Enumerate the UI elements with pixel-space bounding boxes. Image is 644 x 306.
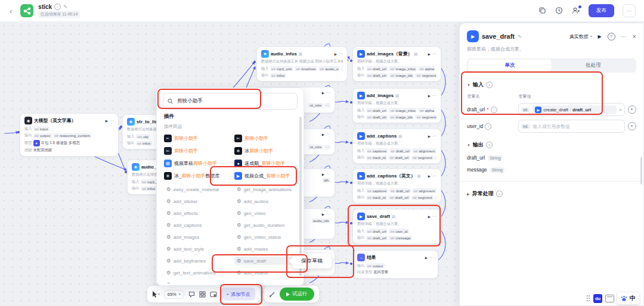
tool-item-add_audios[interactable]: ⚙add_audios: [234, 197, 299, 205]
copy-icon[interactable]: [538, 7, 547, 15]
node-play-icon[interactable]: ▶: [322, 173, 324, 176]
minimap-icon[interactable]: [210, 291, 217, 298]
help-icon[interactable]: ?: [608, 33, 615, 40]
node-play-icon[interactable]: ▶: [322, 91, 324, 95]
plugin-result-item[interactable]: ✂剪映小助手: [164, 147, 234, 155]
node-play-icon[interactable]: ▶: [428, 174, 431, 178]
info-icon[interactable]: i: [54, 4, 61, 10]
node-add_captions[interactable]: ▶add_captions▤▶···剪映草稿，视频合成方案。输入strcapti…: [352, 129, 441, 164]
node-more-icon[interactable]: ···: [326, 172, 330, 176]
reference-chip[interactable]: ▶create_draft · draft_url: [532, 105, 617, 114]
node-more-icon[interactable]: ···: [432, 52, 436, 56]
output-section-header[interactable]: ▼ 输出 i: [467, 141, 636, 149]
popup-scrollbar[interactable]: [299, 117, 302, 276]
node-play-icon[interactable]: ▶: [428, 215, 431, 218]
node-more-icon[interactable]: ···: [110, 118, 114, 123]
plugin-result-item[interactable]: ❄冰剪映小助手: [234, 147, 299, 155]
test-run-button[interactable]: 试运行: [280, 288, 314, 301]
more-fields-chip[interactable]: ···: [435, 195, 436, 200]
plugin-result-item[interactable]: ✂剪映小助手: [164, 135, 234, 142]
more-fields-chip[interactable]: ···: [324, 103, 330, 108]
zoom-select[interactable]: 65% ▾: [164, 290, 184, 299]
tool-item-add_captions[interactable]: ⚙add_captions: [164, 221, 234, 229]
clear-reference-icon[interactable]: ×: [619, 107, 622, 113]
node-more-icon[interactable]: ···: [432, 134, 436, 138]
node-play-icon[interactable]: ▶: [322, 213, 324, 216]
node-play-icon[interactable]: ▶: [428, 135, 431, 138]
input-section-header[interactable]: ▼ 输入 i: [467, 81, 636, 89]
tool-item-gen_video[interactable]: ⚙gen_video: [234, 209, 299, 217]
variable-value-input[interactable]: str.▶create_draft · draft_url×: [518, 103, 625, 116]
tab-batch[interactable]: 批处理: [552, 60, 635, 71]
node-play-icon[interactable]: ▶: [335, 52, 337, 56]
node-more-icon[interactable]: ···: [432, 93, 436, 98]
tool-item-add_text_style[interactable]: ⚙add_text_style: [164, 245, 234, 253]
data-mode-dropdown[interactable]: 真实数据 ▾: [569, 33, 592, 40]
search-input[interactable]: [176, 98, 293, 105]
tool-item-easy_create_material[interactable]: ⚙easy_create_material: [164, 185, 234, 193]
tool-item-gen_video_status[interactable]: ⚙gen_video_status: [234, 233, 299, 241]
plugin-result-item[interactable]: ❄冰_剪映小助手数据库: [164, 172, 234, 180]
topbar-more-button[interactable]: ···: [623, 4, 636, 17]
plugin-result-item[interactable]: ●速成鹅_剪映小助手: [234, 160, 299, 167]
node-play-icon[interactable]: ▶: [428, 52, 431, 56]
tool-item-create_draft[interactable]: ⚙create_draft: [164, 280, 234, 283]
more-fields-chip[interactable]: ···: [435, 155, 436, 160]
wrench-icon[interactable]: [269, 291, 275, 298]
exception-section-header[interactable]: ▶ 异常处理 i: [467, 190, 636, 198]
node-end[interactable]: →结果▶···输出stroutput结束类型返回变量: [352, 250, 438, 279]
run-node-icon[interactable]: ▶: [597, 34, 601, 39]
tool-item-get_audio_duration[interactable]: ⚙get_audio_duration: [234, 221, 299, 229]
history-icon[interactable]: [555, 7, 564, 15]
node-play-icon[interactable]: ▶: [428, 94, 431, 98]
node-play-icon[interactable]: ▶: [425, 256, 428, 260]
node-more-icon[interactable]: ···: [326, 132, 330, 136]
ime-status-box[interactable]: 中: [617, 292, 639, 304]
tool-item-add_images[interactable]: ⚙add_images: [164, 233, 234, 241]
node-more-icon[interactable]: ···: [326, 90, 330, 95]
expression-icon[interactable]: [628, 122, 636, 130]
plugin-result-item[interactable]: ▤视频草稿剪映小助手: [164, 160, 234, 167]
add-node-button[interactable]: + 添加节点: [221, 288, 256, 301]
panel-scrollbar[interactable]: [640, 157, 642, 185]
node-llm[interactable]: ◉大模型（英文字幕）▶···输入strinput输出stroutputstrre…: [20, 113, 119, 157]
plugin-result-item[interactable]: ✂剪映小助手: [234, 135, 299, 142]
ime-drag-handle[interactable]: [586, 295, 590, 302]
tool-item-get_image_animations[interactable]: ⚙get_image_animations: [234, 185, 299, 193]
node-add_captions_en[interactable]: ▶add_captions（英文）▤▶···剪映草稿，视频合成方案。输入strc…: [352, 168, 441, 204]
layout-grid-icon[interactable]: [199, 291, 206, 298]
keyboard-icon[interactable]: [605, 295, 614, 302]
edit-title-icon[interactable]: ✎: [63, 4, 67, 10]
baidu-ime-icon[interactable]: du: [593, 294, 602, 303]
back-icon[interactable]: ‹: [10, 7, 12, 15]
node-more-icon[interactable]: ···: [429, 255, 434, 260]
rename-icon[interactable]: ✎: [518, 34, 522, 39]
node-add_images_bg[interactable]: ▶add_images（背景）▤▶···剪映草稿，视频合成方案。输入strdra…: [352, 46, 441, 82]
tool-item-add_keyframes[interactable]: ⚙add_keyframes: [164, 257, 234, 265]
variable-value-input[interactable]: int.输入或引用参数值: [518, 120, 625, 133]
search-box[interactable]: [163, 93, 298, 110]
close-panel-icon[interactable]: ×: [633, 33, 636, 40]
tool-item-get_text_animations[interactable]: ⚙get_text_animations: [164, 268, 234, 277]
node-play-icon[interactable]: ▶: [322, 133, 324, 136]
expression-icon[interactable]: [628, 105, 636, 114]
tool-item-add_sticker[interactable]: ⚙add_sticker: [164, 197, 234, 205]
node-audio_infos[interactable]: ❖audio_infos▤▶···数据格式化转换器工具 视频合成 剪映小助手工具…: [256, 46, 348, 82]
pointer-tool-icon[interactable]: ▾: [152, 291, 160, 298]
node-more-icon[interactable]: ···: [339, 52, 343, 56]
node-more-icon[interactable]: ···: [432, 214, 436, 218]
publish-button[interactable]: 发布: [589, 4, 614, 17]
tool-item-add_videos[interactable]: ⚙add_videos: [234, 268, 299, 277]
node-save_draft[interactable]: ▶save_draft▤▶···剪映草稿，视频合成方案。输入strdraft_u…: [352, 209, 441, 244]
collaborate-icon[interactable]: [572, 7, 580, 15]
tab-single[interactable]: 单次: [468, 60, 552, 71]
node-play-icon[interactable]: ▶: [106, 119, 108, 123]
comment-icon[interactable]: [188, 291, 195, 298]
tool-item-add_masks[interactable]: ⚙add_masks: [234, 245, 299, 253]
node-more-icon[interactable]: ···: [432, 174, 436, 178]
plugin-result-item[interactable]: ▶视频合成_剪映小助手: [234, 172, 299, 180]
tool-item-add_effects[interactable]: ⚙add_effects: [164, 209, 234, 217]
node-more-icon[interactable]: ···: [326, 213, 330, 217]
panel-more-icon[interactable]: ···: [621, 33, 627, 39]
more-fields-chip[interactable]: ···: [341, 66, 343, 71]
